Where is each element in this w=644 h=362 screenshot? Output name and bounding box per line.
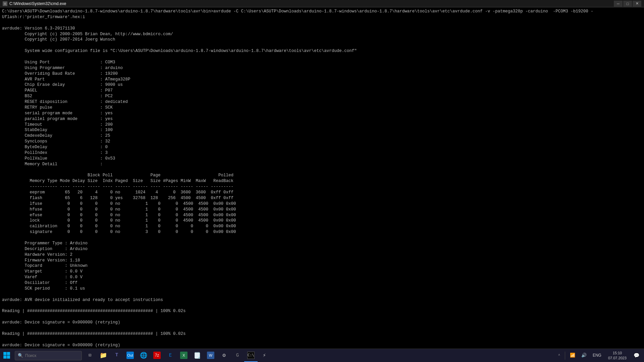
title-controls: ─ □ ✕: [614, 1, 641, 7]
terminal-output: C:\Users\ASUTP\Downloads\arduino-1.8.7-w…: [2, 9, 642, 349]
notifications-button[interactable]: 💬: [631, 349, 641, 362]
volume-icon: 🔊: [581, 353, 587, 358]
maximize-button[interactable]: □: [623, 1, 632, 7]
date-display: 07.07.2023: [608, 356, 627, 360]
app-c-icon: ⚙️: [220, 352, 228, 359]
taskbar: 🔍 ⊡ 📁 T Out 🌐 7z E X 🗒️ W ⚙️ G C:\: [0, 349, 644, 362]
clock-display[interactable]: 15:10 07.07.2023: [605, 349, 629, 362]
app-a-icon: ⚡: [261, 352, 268, 359]
search-input[interactable]: [25, 353, 79, 358]
chrome-icon: 🌐: [140, 352, 147, 359]
file-explorer-icon: 📁: [100, 352, 107, 359]
taskbar-right: ^ 📶 🔊 ENG 15:10 07.07.2023 💬: [556, 349, 644, 362]
edge-icon: E: [167, 352, 174, 359]
start-icon: [3, 352, 10, 359]
app-g-button[interactable]: G: [231, 349, 244, 362]
svg-rect-3: [7, 355, 10, 358]
app-c-button[interactable]: ⚙️: [217, 349, 231, 362]
system-tray[interactable]: ^: [556, 349, 562, 362]
windows-logo-icon: [3, 352, 10, 359]
time-display: 15:10: [613, 351, 622, 355]
svg-rect-0: [3, 352, 6, 355]
title-bar-left: ▣ C:\Windows\System32\cmd.exe: [3, 1, 66, 6]
app-g-icon: G: [234, 352, 241, 359]
title-bar: ▣ C:\Windows\System32\cmd.exe ─ □ ✕: [0, 0, 644, 7]
excel-icon: X: [180, 352, 187, 359]
task-view-button[interactable]: ⊡: [83, 349, 97, 362]
app-s-icon: 🗒️: [194, 352, 201, 359]
language-indicator: ENG: [593, 353, 601, 358]
notifications-icon: 💬: [634, 353, 639, 358]
volume-button[interactable]: 🔊: [579, 349, 589, 362]
svg-rect-1: [7, 352, 10, 355]
teams-icon: T: [113, 352, 120, 359]
svg-rect-2: [3, 355, 6, 358]
outlook-icon: Out: [126, 352, 134, 359]
teams-button[interactable]: T: [110, 349, 123, 362]
word-button[interactable]: W: [204, 349, 217, 362]
network-button[interactable]: 📶: [568, 349, 577, 362]
close-button[interactable]: ✕: [633, 1, 641, 7]
app-s-button[interactable]: 🗒️: [191, 349, 204, 362]
network-icon: 📶: [570, 353, 575, 358]
app-a-button[interactable]: ⚡: [258, 349, 271, 362]
app7-button[interactable]: 7z: [150, 349, 164, 362]
terminal-window: C:\Users\ASUTP\Downloads\arduino-1.8.7-w…: [0, 7, 644, 349]
minimize-button[interactable]: ─: [614, 1, 623, 7]
file-explorer-button[interactable]: 📁: [97, 349, 110, 362]
search-box[interactable]: 🔍: [15, 351, 82, 360]
task-view-icon: ⊡: [86, 352, 94, 359]
chrome-button[interactable]: 🌐: [137, 349, 150, 362]
word-icon: W: [207, 352, 214, 359]
language-button[interactable]: ENG: [591, 349, 603, 362]
cmd-taskbar-button[interactable]: C:\: [244, 349, 258, 362]
tray-divider: [565, 352, 565, 360]
cmd-icon: ▣: [3, 1, 7, 6]
edge-button[interactable]: E: [164, 349, 177, 362]
outlook-button[interactable]: Out: [123, 349, 137, 362]
window-title: C:\Windows\System32\cmd.exe: [9, 1, 66, 6]
start-button[interactable]: [0, 349, 13, 362]
cmd-taskbar-icon: C:\: [247, 352, 255, 359]
search-icon: 🔍: [18, 353, 23, 358]
tray-show-hidden[interactable]: ^: [558, 354, 560, 357]
excel-button[interactable]: X: [177, 349, 191, 362]
app7-icon: 7z: [153, 352, 161, 359]
